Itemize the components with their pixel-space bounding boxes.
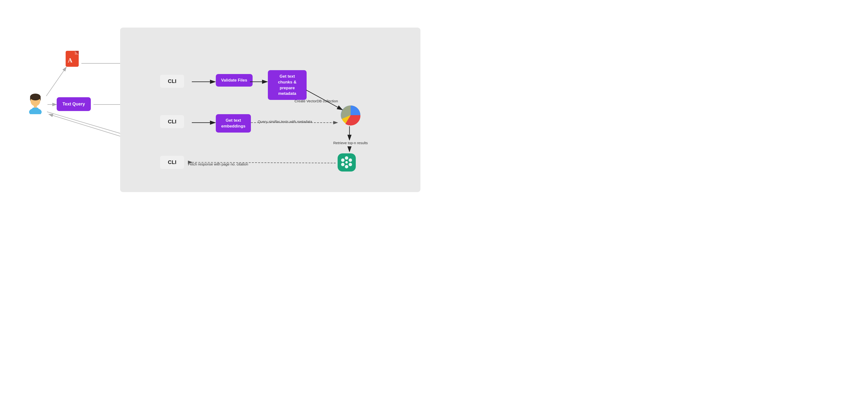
cli-mid-box: CLI	[160, 115, 184, 128]
create-vectordb-label: Create VectorDB collection	[294, 99, 338, 103]
fetch-response-label: Fetch response with page no. citation	[188, 162, 248, 166]
text-query-label: Text Query	[62, 102, 85, 106]
svg-point-37	[345, 161, 348, 164]
pdf-icon: A	[66, 51, 81, 69]
retrieve-topn-label: Retrieve top-n results	[333, 141, 368, 145]
validate-files-label: Validate Files	[221, 78, 247, 82]
svg-point-31	[349, 159, 352, 162]
get-embeddings-box: Get text embeddings	[216, 114, 251, 133]
cli-top-box: CLI	[160, 75, 184, 88]
chatgpt-icon	[336, 152, 357, 174]
right-section: CLI CLI CLI Validate Files Get text chun…	[120, 28, 421, 192]
get-chunks-box: Get text chunks & prepare metadata	[268, 70, 307, 100]
validate-files-box: Validate Files	[216, 74, 253, 86]
vectordb-icon	[338, 103, 361, 127]
svg-point-20	[30, 94, 41, 100]
svg-point-32	[349, 163, 352, 166]
diagram-container: A Text Query CLI CLI CLI Validate Files …	[11, 10, 423, 199]
svg-point-30	[345, 156, 348, 160]
cli-mid-label: CLI	[168, 118, 176, 125]
cli-bot-box: CLI	[160, 156, 184, 169]
get-chunks-label: Get text chunks & prepare metadata	[278, 74, 297, 96]
svg-text:A: A	[68, 57, 72, 64]
cli-bot-label: CLI	[168, 159, 176, 165]
svg-point-35	[341, 159, 344, 162]
query-similar-label: Query simillar texts with metadata	[258, 119, 312, 124]
svg-point-33	[345, 165, 348, 168]
svg-line-0	[46, 67, 66, 96]
get-embeddings-label: Get text embeddings	[221, 118, 245, 129]
cli-top-label: CLI	[168, 78, 176, 84]
text-query-box: Text Query	[57, 97, 91, 111]
svg-point-34	[341, 163, 344, 166]
user-avatar	[26, 94, 45, 115]
svg-rect-23	[32, 108, 38, 112]
